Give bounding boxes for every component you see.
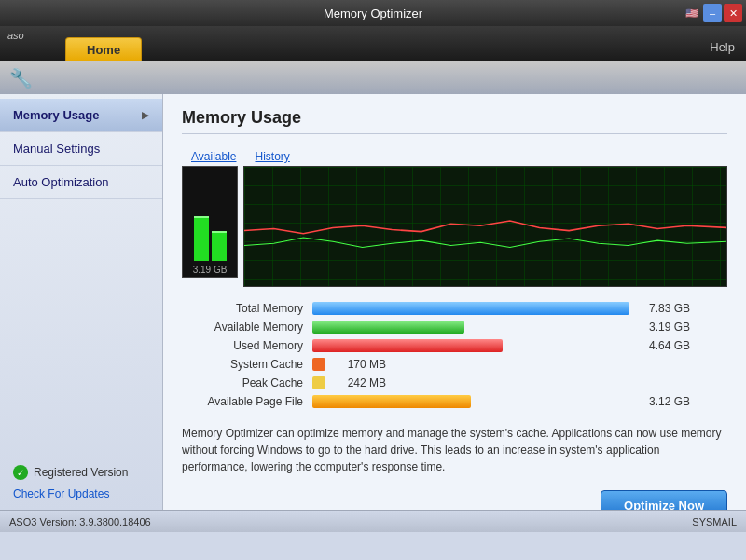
stat-value-available: 3.19 GB [639,321,690,334]
stats-section: Total Memory 7.83 GB Available Memory 3.… [182,302,727,408]
sidebar-item-memory-usage[interactable]: Memory Usage ▶ [0,99,162,132]
titlebar: Memory Optimizer 🇺🇸 – ✕ [0,0,746,26]
stat-bar-available [312,321,629,334]
registered-label: Registered Version [34,466,128,479]
bar-page-file [312,395,471,408]
registered-row: ✓ Registered Version [13,465,149,480]
wrench-icon: 🔧 [9,67,33,89]
gauge-chart: 3.19 GB [182,166,238,278]
tab-available[interactable]: Available [182,147,245,166]
stat-label-page-file: Available Page File [182,395,303,408]
gauge-bar-1 [194,216,209,261]
home-tab[interactable]: Home [65,37,142,61]
app-title: Memory Optimizer [324,7,422,20]
stat-bar-used [312,339,629,352]
sidebar-item-auto-optimization[interactable]: Auto Optimization [0,166,162,199]
stat-page-file: Available Page File 3.12 GB [182,395,727,408]
stat-label-system-cache: System Cache [182,358,303,371]
stat-value-system-cache: 170 MB [335,358,386,371]
stat-peak-cache: Peak Cache 242 MB [182,376,727,389]
bar-used [312,339,503,352]
navbar-logo: aso [7,30,24,41]
registered-check-icon: ✓ [13,465,28,480]
sidebar-memory-usage-label: Memory Usage [13,108,99,122]
minimize-button[interactable]: – [703,4,722,22]
window-controls: 🇺🇸 – ✕ [683,4,742,22]
history-graph [243,166,727,287]
stat-value-page-file: 3.12 GB [639,395,690,408]
stat-bar-page-file [312,395,629,408]
optimize-row: Optimize Now [182,490,727,510]
stat-value-peak-cache: 242 MB [335,376,386,389]
chart-tabs: Available History [182,147,727,166]
stat-available-memory: Available Memory 3.19 GB [182,321,727,334]
gauge-label: 3.19 GB [193,265,228,275]
stat-used-memory: Used Memory 4.64 GB [182,339,727,352]
sidebar-arrow-icon: ▶ [142,110,149,120]
square-peak-cache [312,376,325,389]
chart-container: 3.19 GB [182,166,727,287]
main-layout: Memory Usage ▶ Manual Settings Auto Opti… [0,94,746,510]
bar-total [312,302,629,315]
stat-total-memory: Total Memory 7.83 GB [182,302,727,315]
close-button[interactable]: ✕ [724,4,742,22]
check-updates-link[interactable]: Check For Updates [13,487,149,500]
gauge-bar-2 [212,231,227,261]
optimize-button[interactable]: Optimize Now [601,490,727,510]
stat-bar-total [312,302,629,315]
help-menu[interactable]: Help [710,40,735,54]
stat-value-total: 7.83 GB [639,302,690,315]
brand-label: SYSMAIL [692,516,737,527]
square-system-cache [312,358,325,371]
statusbar: ASO3 Version: 3.9.3800.18406 SYSMAIL [0,510,746,532]
description-text: Memory Optimizer can optimize memory and… [182,421,727,479]
gauge-bars [185,186,235,261]
navbar: aso Home Help [0,26,746,61]
stat-label-used: Used Memory [182,339,303,352]
flag-button[interactable]: 🇺🇸 [683,4,701,22]
version-label: ASO3 Version: 3.9.3800.18406 [9,516,151,527]
bar-available [312,321,464,334]
stat-value-used: 4.64 GB [639,339,690,352]
content-area: Memory Usage Available History 3.19 GB [163,94,746,510]
stat-label-peak-cache: Peak Cache [182,376,303,389]
stat-label-total: Total Memory [182,302,303,315]
stat-system-cache: System Cache 170 MB [182,358,727,371]
chart-svg [244,167,726,287]
tab-history[interactable]: History [245,147,298,166]
sidebar-manual-settings-label: Manual Settings [13,142,100,156]
page-title: Memory Usage [182,108,727,134]
sidebar-bottom: ✓ Registered Version Check For Updates [0,456,162,510]
sidebar-auto-optimization-label: Auto Optimization [13,175,109,189]
sidebar-item-manual-settings[interactable]: Manual Settings [0,132,162,166]
iconbar: 🔧 [0,61,746,94]
sidebar: Memory Usage ▶ Manual Settings Auto Opti… [0,94,163,510]
stat-label-available: Available Memory [182,321,303,334]
